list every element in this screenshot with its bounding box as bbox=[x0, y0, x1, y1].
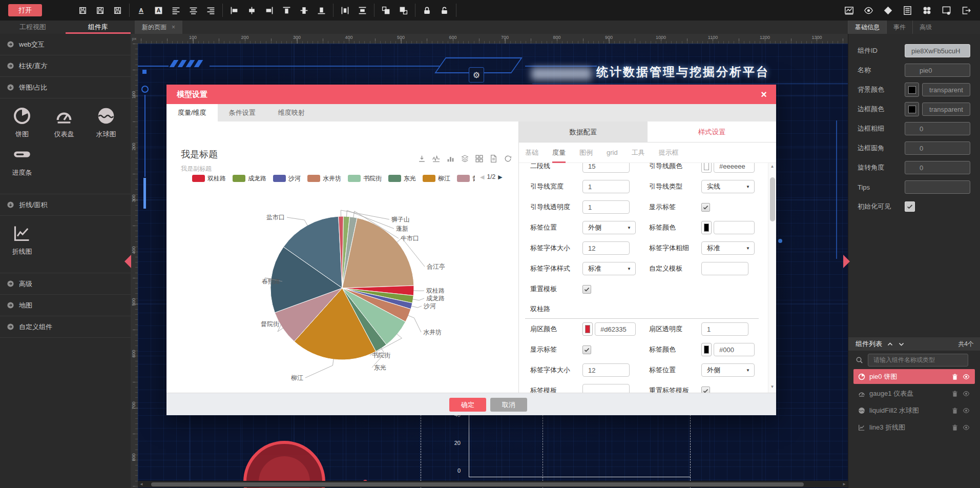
trash-icon[interactable] bbox=[951, 373, 958, 380]
library-item[interactable]: 饼图 bbox=[2, 107, 42, 139]
align-text-left-icon[interactable] bbox=[172, 6, 180, 15]
library-item[interactable]: 折线图 bbox=[2, 224, 42, 256]
scrollbar-thumb[interactable] bbox=[151, 482, 804, 486]
font-underline-icon[interactable]: A bbox=[137, 6, 145, 15]
sidebar-section[interactable]: 柱状/直方 bbox=[0, 55, 131, 77]
align-bottom-icon[interactable] bbox=[317, 6, 326, 15]
color-value-input[interactable] bbox=[714, 343, 755, 356]
form-select[interactable]: 标准 bbox=[701, 241, 755, 255]
scroll-right-icon[interactable]: ► bbox=[841, 482, 848, 486]
form-input[interactable] bbox=[582, 363, 630, 377]
eye-icon[interactable] bbox=[864, 6, 873, 15]
diamond-icon[interactable] bbox=[883, 6, 893, 15]
unlock-icon[interactable] bbox=[440, 6, 449, 15]
sidebar-section[interactable]: 饼图/占比 bbox=[0, 77, 131, 98]
form-input[interactable] bbox=[582, 200, 630, 214]
send-back-icon[interactable] bbox=[399, 6, 408, 15]
tab-events[interactable]: 事件 bbox=[886, 21, 912, 34]
eye-small-icon[interactable] bbox=[963, 373, 970, 380]
scroll-left-icon[interactable]: ◄ bbox=[138, 482, 145, 486]
eye-small-icon[interactable] bbox=[963, 424, 970, 431]
settings-gear-chip[interactable]: ⚙ bbox=[469, 67, 484, 83]
close-icon[interactable]: × bbox=[761, 89, 767, 99]
library-item[interactable]: 水球图 bbox=[86, 107, 126, 139]
align-right-icon[interactable] bbox=[265, 6, 274, 15]
form-select[interactable]: 实线 bbox=[701, 180, 755, 193]
tab-component-library[interactable]: 组件库 bbox=[66, 21, 131, 34]
exit-icon[interactable] bbox=[961, 6, 971, 15]
subtab-measure[interactable]: 度量 bbox=[552, 143, 566, 163]
sidebar-section[interactable]: 高级 bbox=[0, 273, 131, 295]
form-input[interactable] bbox=[701, 322, 748, 336]
save-icon[interactable] bbox=[78, 6, 87, 15]
component-list-item[interactable]: pie0 饼图 bbox=[853, 369, 975, 384]
sidebar-section[interactable]: 地图 bbox=[0, 295, 131, 316]
form-select[interactable]: 标准 bbox=[582, 262, 636, 275]
color-swatch[interactable] bbox=[701, 343, 712, 356]
eye-small-icon[interactable] bbox=[963, 407, 970, 414]
align-text-center-icon[interactable] bbox=[189, 6, 198, 15]
field-input[interactable] bbox=[905, 64, 970, 77]
form-select[interactable]: 外侧 bbox=[582, 221, 636, 234]
subtab-tools[interactable]: 工具 bbox=[632, 143, 645, 163]
field-input[interactable] bbox=[905, 161, 970, 174]
form-input[interactable] bbox=[582, 384, 630, 393]
tab-basic-info[interactable]: 基础信息 bbox=[848, 21, 886, 34]
distribute-h-icon[interactable] bbox=[341, 6, 349, 15]
checkbox[interactable] bbox=[701, 203, 710, 212]
trash-icon[interactable] bbox=[951, 407, 958, 414]
tab-style-settings[interactable]: 样式设置 bbox=[648, 121, 776, 142]
color-swatch[interactable] bbox=[701, 163, 712, 173]
form-input[interactable] bbox=[582, 180, 630, 193]
tab-data-config[interactable]: 数据配置 bbox=[519, 121, 648, 142]
horizontal-scrollbar[interactable]: ◄ ► bbox=[138, 481, 848, 487]
sidebar-section[interactable]: web交互 bbox=[0, 34, 131, 55]
component-list-item[interactable]: gauge1 仪表盘 bbox=[853, 386, 975, 401]
form-input[interactable] bbox=[582, 163, 630, 173]
collapse-right-panel-arrow[interactable] bbox=[843, 255, 850, 268]
color-value-input[interactable] bbox=[595, 322, 636, 336]
tab-project-view[interactable]: 工程视图 bbox=[0, 21, 66, 34]
sidebar-section[interactable]: 自定义组件 bbox=[0, 316, 131, 338]
pie-chart[interactable]: 盐市口狮子山蓬新牛市口合江亭双桂路成龙路沙河水井坊书院街东光柳江督院街春熙路 bbox=[166, 121, 518, 393]
chevron-up-icon[interactable] bbox=[887, 341, 893, 348]
library-item[interactable]: 仪表盘 bbox=[44, 107, 84, 139]
color-swatch[interactable] bbox=[701, 221, 712, 234]
tab-condition-settings[interactable]: 条件设置 bbox=[218, 104, 267, 121]
eye-small-icon[interactable] bbox=[963, 390, 970, 397]
field-input[interactable] bbox=[905, 141, 970, 155]
field-input[interactable] bbox=[905, 122, 970, 135]
tab-measure-dimension[interactable]: 度量/维度 bbox=[166, 104, 218, 121]
checkbox[interactable] bbox=[701, 387, 710, 393]
preview-icon[interactable] bbox=[844, 6, 854, 15]
color-swatch[interactable] bbox=[905, 83, 919, 97]
color-value-input[interactable] bbox=[714, 163, 755, 173]
scroll-up-icon[interactable]: ▲ bbox=[768, 164, 776, 171]
align-center-v-icon[interactable] bbox=[247, 6, 256, 15]
component-list-item[interactable]: liquidFill2 水球图 bbox=[853, 403, 975, 418]
collapse-left-panel-arrow[interactable] bbox=[124, 255, 131, 268]
sidebar-section[interactable]: 折线/面积 bbox=[0, 194, 131, 216]
color-swatch[interactable] bbox=[582, 322, 593, 336]
lock-icon[interactable] bbox=[423, 6, 431, 15]
library-item[interactable]: 进度条 bbox=[2, 145, 42, 177]
cancel-button[interactable]: 取消 bbox=[490, 398, 527, 412]
trash-icon[interactable] bbox=[951, 390, 958, 397]
align-top-icon[interactable] bbox=[282, 6, 291, 15]
form-input[interactable] bbox=[701, 262, 748, 275]
settings-scrollbar[interactable]: ▲ ▼ bbox=[768, 163, 776, 393]
checkbox[interactable] bbox=[582, 285, 591, 294]
color-value-input[interactable] bbox=[922, 83, 970, 96]
align-text-right-icon[interactable] bbox=[206, 6, 215, 15]
chevron-down-icon[interactable] bbox=[898, 341, 905, 348]
color-value-input[interactable] bbox=[714, 221, 755, 234]
components-icon[interactable] bbox=[922, 6, 932, 15]
page-tab[interactable]: 新的页面 × bbox=[135, 21, 182, 34]
field-input[interactable] bbox=[905, 180, 970, 194]
distribute-v-icon[interactable] bbox=[358, 6, 367, 15]
checkbox[interactable] bbox=[905, 201, 915, 212]
save-as-icon[interactable] bbox=[96, 6, 105, 15]
layout-icon[interactable] bbox=[903, 6, 912, 15]
subtab-grid[interactable]: grid bbox=[607, 143, 618, 163]
subtab-basic[interactable]: 基础 bbox=[525, 143, 538, 163]
